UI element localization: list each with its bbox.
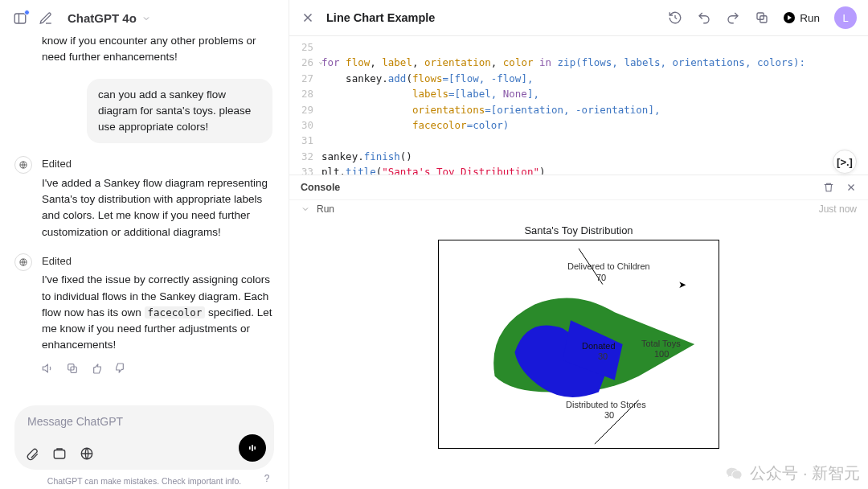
canvas-panel: Line Chart Example Run L 25 26⌄for flow,… [289,0,868,489]
assistant-message-text: I've fixed the issue by correctly assign… [42,272,274,353]
composer[interactable]: Message ChatGPT [14,405,274,470]
run-label: Run [317,203,334,215]
inline-code: facecolor [145,306,206,318]
help-icon[interactable]: ? [260,471,274,486]
user-avatar[interactable]: L [834,6,857,29]
console-header: Console [289,175,868,199]
new-chat-icon[interactable] [37,10,55,27]
svg-rect-7 [249,446,251,450]
svg-rect-0 [14,14,26,23]
edited-label: Edited [42,253,274,269]
undo-icon[interactable] [697,10,711,25]
chevron-down-icon [301,204,310,214]
close-console-icon[interactable] [845,182,857,193]
voice-input-button[interactable] [239,434,266,462]
chat-header: ChatGPT 4o [0,0,289,36]
svg-rect-8 [252,445,253,451]
tools-icon[interactable] [51,446,68,462]
plot-title: Santa's Toy Distribution [524,224,633,236]
assistant-edited-block-2: Edited I've fixed the issue by correctly… [14,253,274,375]
svg-rect-9 [254,446,256,450]
val-delivered: 70 [596,273,606,282]
read-aloud-icon[interactable] [42,362,55,375]
canvas-title: Line Chart Example [326,11,435,24]
console-run-row[interactable]: Run Just now [289,199,868,218]
model-label: ChatGPT 4o [68,11,137,25]
trash-icon[interactable] [823,182,834,193]
canvas-header: Line Chart Example Run L [289,0,868,36]
assistant-edited-block-1: Edited I've added a Sankey flow diagram … [14,156,274,240]
svg-rect-5 [54,450,65,459]
assistant-avatar-icon [14,253,32,271]
code-editor[interactable]: 25 26⌄for flow, label, orientation, colo… [289,36,868,175]
run-button[interactable]: Run [784,12,820,24]
play-icon [784,12,795,23]
chevron-down-icon [141,14,151,23]
redo-icon[interactable] [726,10,740,25]
composer-placeholder: Message ChatGPT [27,415,231,428]
copy-code-icon[interactable] [755,10,769,25]
close-icon[interactable] [301,10,315,25]
watermark: 公众号 · 新智元 [726,462,860,484]
thumbs-down-icon[interactable] [114,362,127,375]
model-selector[interactable]: ChatGPT 4o [63,8,156,28]
label-total: Total Toys [641,339,681,348]
user-message-bubble: can you add a sankey flow diagram for sa… [87,79,272,144]
assistant-message-fragment: know if you encounter any other problems… [42,36,274,66]
val-stores: 30 [604,410,614,420]
thumbs-up-icon[interactable] [90,362,103,375]
code-interpreter-button[interactable]: [>.] [833,150,857,174]
run-timestamp: Just now [819,203,857,215]
composer-area: Message ChatGPT [0,394,289,473]
chat-panel: ChatGPT 4o know if you encounter any oth… [0,0,289,489]
edited-label: Edited [42,156,274,172]
wechat-icon [726,465,743,483]
cursor-icon: ➤ [678,279,686,290]
console-label: Console [301,182,340,193]
label-stores: Distributed to Stores [566,400,646,409]
user-message: can you add a sankey flow diagram for sa… [14,79,274,144]
web-icon[interactable] [79,446,95,462]
assistant-avatar-icon [14,156,32,174]
sidebar-toggle-icon[interactable] [11,10,29,27]
console-output: Santa's Toy Distribution Delivered to Ch… [289,218,868,489]
sankey-plot: Delivered to Children 70 Donated 30 Tota… [438,240,719,449]
message-actions [42,362,274,375]
label-delivered: Delivered to Children [567,261,650,271]
history-icon[interactable] [668,10,682,25]
disclaimer-text: ChatGPT can make mistakes. Check importa… [47,476,241,486]
chat-body: know if you encounter any other problems… [0,36,289,394]
label-donated: Donated [582,341,616,351]
attach-icon[interactable] [24,446,40,462]
assistant-message-text: I've added a Sankey flow diagram represe… [42,175,274,240]
val-total: 100 [654,349,669,359]
val-donated: 30 [598,351,608,361]
copy-icon[interactable] [66,362,79,375]
